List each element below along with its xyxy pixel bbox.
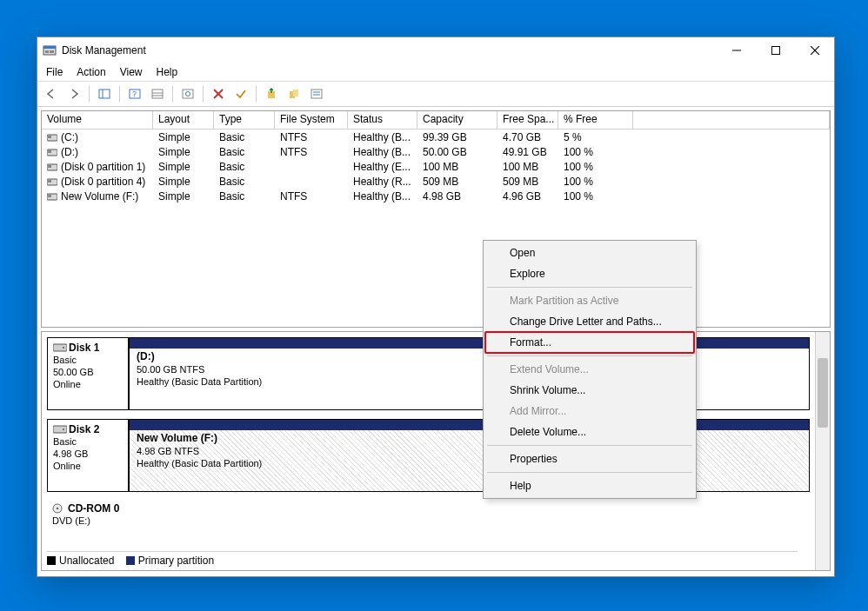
show-hide-tree-button[interactable] [94, 83, 115, 104]
ctx-properties[interactable]: Properties [485, 448, 694, 469]
disk-management-window: Disk Management File Action View Help [37, 37, 835, 577]
disk-label[interactable]: Disk 2 Basic 4.98 GB Online [47, 419, 129, 492]
volume-list-header: Volume Layout Type File System Status Ca… [42, 111, 830, 130]
scrollbar-thumb[interactable] [818, 358, 828, 428]
legend: Unallocated Primary partition [47, 551, 798, 567]
help-button[interactable]: ? [124, 83, 145, 104]
ctx-explore[interactable]: Explore [485, 263, 694, 284]
disk-map-panel: Disk 1 Basic 50.00 GB Online (D:) 50.00 … [41, 331, 831, 571]
svg-rect-1 [43, 46, 56, 49]
svg-point-16 [186, 92, 190, 96]
ctx-add-mirror: Add Mirror... [485, 401, 694, 422]
col-capacity[interactable]: Capacity [417, 111, 497, 129]
volume-layout: Simple [153, 190, 214, 203]
disk-row: CD-ROM 0 DVD (E:) [47, 501, 810, 534]
svg-point-36 [63, 347, 64, 349]
action2-button[interactable] [284, 83, 304, 104]
menu-file[interactable]: File [39, 64, 70, 80]
volume-layout: Simple [153, 161, 214, 173]
ctx-open[interactable]: Open [485, 242, 694, 263]
ctx-help[interactable]: Help [485, 475, 694, 496]
volume-capacity: 100 MB [417, 161, 497, 173]
back-button[interactable] [41, 83, 62, 104]
volume-list: Volume Layout Type File System Status Ca… [41, 110, 831, 328]
volume-free: 509 MB [497, 176, 558, 188]
minimize-button[interactable] [717, 37, 756, 63]
volume-type: Basic [214, 176, 275, 188]
svg-rect-8 [99, 90, 110, 98]
context-menu: Open Explore Mark Partition as Active Ch… [483, 240, 697, 499]
col-pct-free[interactable]: % Free [558, 111, 633, 129]
volume-fs: NTFS [275, 190, 348, 203]
ctx-format[interactable]: Format... [484, 331, 695, 354]
disk-type: Basic [53, 355, 77, 365]
col-status[interactable]: Status [348, 111, 417, 129]
svg-rect-30 [48, 165, 51, 168]
scrollbar[interactable] [815, 332, 830, 570]
disk-vol-title: New Volume (F:) [137, 432, 802, 444]
volume-type: Basic [214, 161, 275, 173]
volume-row[interactable]: (D:) Simple Basic NTFS Healthy (B... 50.… [42, 144, 830, 159]
settings-button[interactable] [177, 83, 198, 104]
properties-button[interactable] [306, 83, 327, 104]
volume-type: Basic [214, 190, 275, 203]
col-filesystem[interactable]: File System [275, 111, 348, 129]
svg-rect-12 [152, 90, 163, 98]
volume-layout: Simple [153, 131, 214, 143]
volume-name: (Disk 0 partition 4) [61, 176, 145, 188]
forward-button[interactable] [63, 83, 84, 104]
volume-free: 100 MB [497, 161, 558, 173]
svg-rect-32 [48, 180, 51, 183]
ctx-delete[interactable]: Delete Volume... [485, 422, 694, 442]
disk-label[interactable]: CD-ROM 0 DVD (E:) [47, 501, 129, 534]
volume-row[interactable]: (C:) Simple Basic NTFS Healthy (B... 99.… [42, 130, 830, 144]
volume-row[interactable]: (Disk 0 partition 1) Simple Basic Health… [42, 159, 830, 174]
disk-vol-line2: Healthy (Basic Data Partition) [137, 376, 262, 387]
disk-volume[interactable]: (D:) 50.00 GB NTFS Healthy (Basic Data P… [129, 337, 810, 410]
legend-primary: Primary partition [138, 555, 214, 567]
menu-action[interactable]: Action [70, 64, 112, 80]
refresh-button[interactable] [147, 83, 168, 104]
ctx-extend: Extend Volume... [485, 359, 694, 380]
col-type[interactable]: Type [214, 111, 275, 129]
svg-point-40 [57, 508, 59, 510]
volume-status: Healthy (B... [348, 190, 417, 203]
volume-name: (C:) [61, 131, 78, 143]
disk-size: 4.98 GB [53, 448, 88, 459]
disk-volume-selected[interactable]: New Volume (F:) 4.98 GB NTFS Healthy (Ba… [129, 419, 810, 492]
drive-icon [47, 176, 57, 187]
volume-fs: NTFS [275, 146, 348, 158]
svg-rect-15 [183, 90, 193, 98]
volume-row[interactable]: New Volume (F:) Simple Basic NTFS Health… [42, 189, 830, 203]
volume-pct: 100 % [558, 190, 633, 203]
disk-state: Online [53, 461, 81, 471]
svg-rect-26 [48, 136, 51, 138]
svg-point-38 [63, 428, 64, 430]
col-volume[interactable]: Volume [42, 111, 153, 129]
svg-rect-28 [48, 150, 51, 153]
volume-layout: Simple [153, 176, 214, 188]
close-button[interactable] [795, 37, 834, 63]
col-free-space[interactable]: Free Spa... [497, 111, 558, 129]
ctx-change-letter[interactable]: Change Drive Letter and Paths... [485, 311, 694, 332]
col-layout[interactable]: Layout [153, 111, 214, 129]
menu-help[interactable]: Help [150, 64, 185, 80]
maximize-button[interactable] [756, 37, 795, 63]
disk-label[interactable]: Disk 1 Basic 50.00 GB Online [47, 337, 129, 410]
volume-capacity: 4.98 GB [417, 190, 497, 203]
disk-title: Disk 1 [69, 342, 99, 354]
svg-rect-37 [53, 426, 67, 433]
drive-icon [47, 162, 57, 172]
volume-pct: 5 % [558, 131, 633, 143]
disk-size: 50.00 GB [53, 367, 93, 377]
svg-rect-3 [50, 50, 54, 53]
volume-row[interactable]: (Disk 0 partition 4) Simple Basic Health… [42, 174, 830, 189]
volume-status: Healthy (R... [348, 176, 417, 188]
delete-button[interactable] [208, 83, 229, 104]
disk-icon [53, 424, 67, 435]
action1-button[interactable] [261, 83, 282, 104]
volume-pct: 100 % [558, 176, 633, 188]
ctx-shrink[interactable]: Shrink Volume... [485, 380, 694, 401]
menu-view[interactable]: View [113, 64, 150, 80]
check-button[interactable] [230, 83, 251, 104]
